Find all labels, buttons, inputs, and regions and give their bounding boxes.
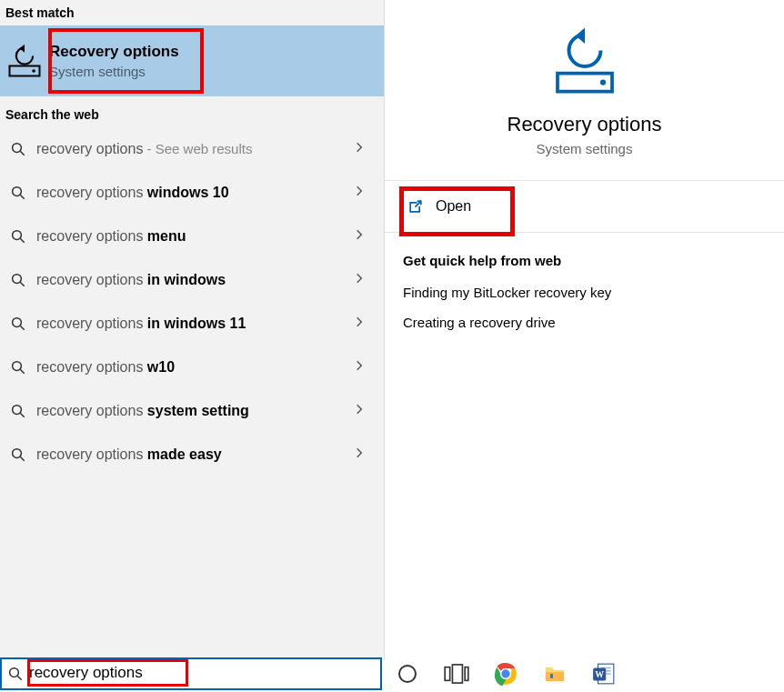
web-result-item[interactable]: recovery options in windows [0, 258, 384, 302]
web-result-label: recovery options in windows [31, 272, 353, 288]
best-match-subtitle: System settings [49, 64, 179, 79]
web-result-item[interactable]: recovery options system setting [0, 389, 384, 433]
svg-rect-21 [445, 667, 450, 681]
help-section-title: Get quick help from web [403, 253, 766, 268]
web-result-label: recovery options system setting [31, 403, 353, 419]
chevron-right-icon [353, 272, 371, 288]
svg-point-0 [32, 69, 35, 73]
file-explorer-icon[interactable] [542, 661, 568, 687]
svg-point-11 [13, 362, 22, 371]
search-icon [5, 311, 31, 336]
svg-line-14 [20, 413, 25, 417]
taskbar-search-box[interactable] [0, 657, 382, 690]
best-match-title: Recovery options [49, 43, 179, 61]
svg-rect-27 [546, 672, 564, 681]
chevron-right-icon [353, 446, 371, 463]
svg-line-10 [20, 326, 25, 330]
svg-point-7 [13, 275, 22, 284]
svg-line-19 [17, 676, 22, 680]
svg-line-2 [20, 151, 25, 155]
best-match-item[interactable]: Recovery options System settings [0, 25, 384, 96]
chevron-right-icon [353, 185, 371, 201]
search-web-header: Search the web [0, 102, 384, 127]
svg-rect-22 [452, 665, 462, 683]
svg-line-8 [20, 282, 25, 286]
search-icon [5, 398, 31, 424]
svg-line-12 [20, 369, 25, 374]
web-result-label: recovery options in windows 11 [31, 316, 353, 332]
details-hero: Recovery options System settings [385, 0, 784, 181]
svg-point-5 [13, 231, 22, 240]
svg-point-18 [10, 668, 19, 677]
web-result-label: recovery options made easy [31, 446, 353, 463]
open-external-icon [407, 197, 425, 216]
svg-point-1 [13, 144, 22, 153]
web-result-item[interactable]: recovery options in windows 11 [0, 302, 384, 346]
web-result-label: recovery options windows 10 [31, 185, 353, 201]
svg-point-13 [13, 406, 22, 415]
cortana-icon[interactable] [395, 661, 420, 687]
word-icon[interactable]: W [591, 661, 617, 687]
search-icon [5, 267, 31, 293]
svg-point-20 [399, 666, 416, 682]
svg-line-4 [20, 195, 25, 199]
web-result-label: recovery options w10 [31, 359, 353, 376]
search-icon [2, 666, 29, 682]
web-result-item[interactable]: recovery options w10 [0, 346, 384, 389]
chevron-right-icon [353, 141, 371, 157]
recovery-disk-icon-large [548, 25, 621, 98]
search-input[interactable] [29, 664, 380, 684]
chevron-right-icon [353, 359, 371, 376]
svg-point-17 [599, 79, 605, 85]
search-icon [5, 180, 31, 206]
search-icon [5, 136, 31, 162]
svg-text:W: W [595, 669, 604, 679]
details-title: Recovery options [508, 113, 662, 136]
svg-rect-28 [550, 674, 553, 678]
svg-line-16 [20, 456, 25, 461]
task-view-icon[interactable] [444, 661, 469, 687]
search-icon [5, 355, 31, 380]
search-icon [5, 442, 31, 467]
help-link[interactable]: Creating a recovery drive [403, 315, 766, 330]
web-result-item[interactable]: recovery options menu [0, 215, 384, 258]
web-result-label: recovery options menu [31, 228, 353, 245]
svg-rect-23 [465, 667, 468, 681]
taskbar: W [0, 656, 784, 692]
open-label: Open [436, 198, 471, 215]
details-subtitle: System settings [537, 141, 633, 156]
web-result-item[interactable]: recovery options windows 10 [0, 171, 384, 215]
svg-point-9 [13, 318, 22, 327]
chevron-right-icon [353, 316, 371, 332]
web-result-item[interactable]: recovery options - See web results [0, 127, 384, 171]
chrome-icon[interactable] [493, 661, 518, 687]
web-result-item[interactable]: recovery options made easy [0, 433, 384, 476]
help-link[interactable]: Finding my BitLocker recovery key [403, 285, 766, 300]
search-icon [5, 224, 31, 249]
chevron-right-icon [353, 403, 371, 419]
svg-point-15 [13, 449, 22, 458]
best-match-header: Best match [0, 0, 384, 25]
web-result-label: recovery options - See web results [31, 141, 353, 157]
chevron-right-icon [353, 228, 371, 245]
open-button[interactable]: Open [403, 192, 766, 221]
svg-point-3 [13, 187, 22, 196]
svg-line-6 [20, 238, 25, 243]
recovery-disk-icon [4, 40, 45, 82]
